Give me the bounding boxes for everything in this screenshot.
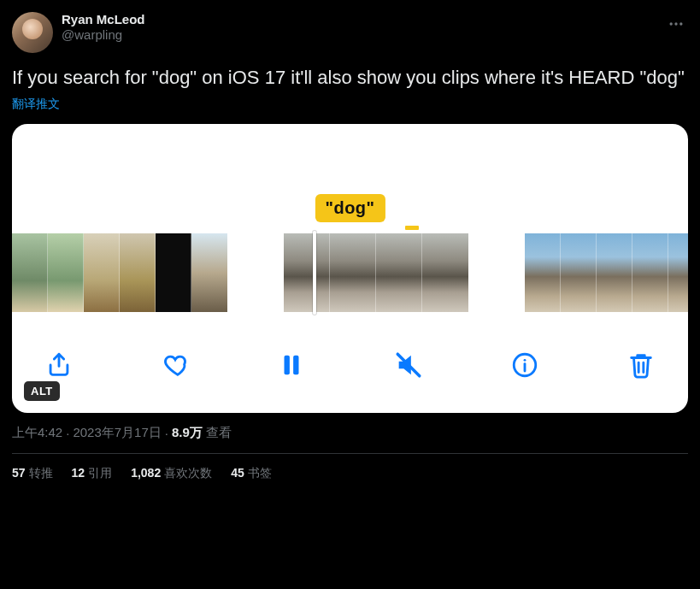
quotes-stat[interactable]: 12引用 (72, 466, 113, 481)
clip-thumbnail[interactable] (632, 233, 668, 312)
media-card[interactable]: "dog" (12, 124, 688, 413)
heart-icon (161, 350, 190, 380)
share-button[interactable] (44, 350, 74, 380)
clip-thumbnail[interactable] (12, 233, 48, 312)
svg-point-2 (679, 22, 682, 25)
svg-point-0 (670, 22, 673, 25)
avatar[interactable] (12, 12, 53, 53)
clip-thumbnail[interactable] (284, 233, 330, 312)
views-label: 查看 (206, 425, 232, 441)
clip-group[interactable] (12, 233, 227, 312)
clip-thumbnail[interactable] (525, 233, 561, 312)
tweet-date[interactable]: 2023年7月17日 (73, 425, 161, 441)
tweet-header: Ryan McLeod @warpling (12, 12, 688, 53)
views-count: 8.9万 (172, 425, 203, 441)
svg-point-1 (674, 22, 677, 25)
pause-button[interactable] (277, 350, 306, 380)
clip-group[interactable] (284, 233, 468, 312)
translate-link[interactable]: 翻译推文 (12, 97, 60, 112)
display-name[interactable]: Ryan McLeod (62, 12, 145, 27)
svg-rect-3 (285, 356, 290, 375)
pause-icon (277, 350, 306, 380)
clip-group[interactable] (525, 233, 688, 312)
tweet: Ryan McLeod @warpling If you search for … (12, 12, 688, 481)
retweets-stat[interactable]: 57转推 (12, 466, 53, 481)
more-icon (668, 15, 685, 32)
clip-thumbnail[interactable] (120, 233, 156, 312)
info-icon (510, 350, 539, 380)
timeline-marker (405, 226, 419, 230)
clip-thumbnail[interactable] (156, 233, 191, 312)
share-icon (44, 350, 74, 380)
bookmarks-stat[interactable]: 45书签 (231, 466, 272, 481)
clip-thumbnail[interactable] (597, 233, 632, 312)
clip-thumbnail[interactable] (330, 233, 376, 312)
like-button[interactable] (161, 350, 190, 380)
mute-button[interactable] (394, 350, 423, 380)
clip-thumbnail[interactable] (191, 233, 227, 312)
svg-point-6 (523, 359, 526, 362)
tweet-meta: 上午4:42 · 2023年7月17日 · 8.9万 查看 (12, 425, 688, 441)
clip-thumbnail[interactable] (422, 233, 468, 312)
svg-rect-4 (294, 356, 299, 375)
media-controls (12, 329, 688, 413)
tweet-time[interactable]: 上午4:42 (12, 425, 62, 441)
clip-thumbnail[interactable] (561, 233, 597, 312)
likes-stat[interactable]: 1,082喜欢次数 (131, 466, 212, 481)
search-tag: "dog" (315, 194, 385, 222)
divider (12, 453, 688, 454)
clip-thumbnail[interactable] (668, 233, 688, 312)
author-names: Ryan McLeod @warpling (62, 12, 145, 43)
delete-button[interactable] (626, 350, 656, 380)
clip-thumbnail[interactable] (84, 233, 120, 312)
clip-thumbnail[interactable] (48, 233, 84, 312)
video-timeline[interactable] (12, 233, 688, 312)
playhead[interactable] (313, 231, 316, 315)
mute-icon (394, 350, 423, 380)
tweet-stats: 57转推 12引用 1,082喜欢次数 45书签 (12, 466, 688, 481)
trash-icon (626, 350, 656, 380)
alt-badge[interactable]: ALT (24, 381, 60, 401)
more-button[interactable] (664, 12, 688, 39)
clip-thumbnail[interactable] (376, 233, 422, 312)
tweet-text: If you search for "dog" on iOS 17 it'll … (12, 65, 688, 90)
info-button[interactable] (510, 350, 539, 380)
media-top: "dog" (12, 124, 688, 233)
handle[interactable]: @warpling (62, 27, 145, 43)
